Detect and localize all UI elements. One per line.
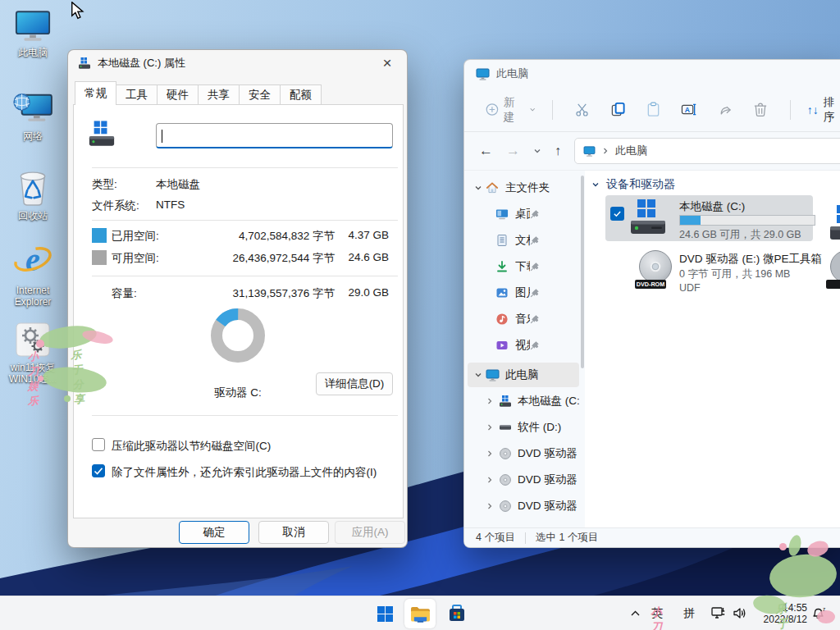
- forward-button[interactable]: →: [506, 143, 520, 159]
- check-icon: [93, 465, 104, 477]
- watermark-brand-text: 小刀娱乐: [28, 349, 39, 409]
- sidebar-item-label: 此电脑: [505, 368, 579, 382]
- index-checkbox-label[interactable]: 除了文件属性外，还允许索引此驱动器上文件的内容(I): [112, 465, 377, 480]
- this-pc-icon: [14, 10, 52, 43]
- breadcrumb-root[interactable]: 此电脑: [615, 144, 647, 158]
- desktop-icon-internet-explorer[interactable]: e Internet Explorer: [2, 240, 64, 308]
- close-icon[interactable]: ×: [371, 52, 404, 75]
- text-caret: [162, 130, 162, 143]
- status-separator: [525, 532, 526, 544]
- details-button[interactable]: 详细信息(D): [316, 372, 393, 395]
- drive-caption: 驱动器 C:: [180, 386, 295, 400]
- ime-pinyin-indicator[interactable]: 拼: [683, 606, 695, 621]
- capacity-bytes: 31,139,557,376 字节: [218, 286, 335, 301]
- recent-locations-chevron-icon[interactable]: [533, 147, 541, 155]
- pin-icon: [530, 340, 540, 350]
- sidebar-item-dvd-e[interactable]: DVD 驱动器 (E:): [468, 441, 579, 466]
- disk-usage-donut-chart: [209, 307, 267, 364]
- volume-label-input[interactable]: [156, 123, 393, 148]
- chevron-right-icon: [486, 476, 494, 484]
- sidebar-item-drive-d[interactable]: 软件 (D:): [468, 415, 579, 440]
- copy-button[interactable]: [600, 102, 636, 117]
- sidebar-item-home[interactable]: 主文件夹: [468, 176, 579, 200]
- sidebar-item-documents[interactable]: 文档: [468, 228, 579, 253]
- tab-quota[interactable]: 配额: [281, 84, 322, 105]
- rename-button[interactable]: A: [671, 102, 706, 117]
- capacity-size: 29.0 GB: [341, 286, 389, 299]
- svg-text:A: A: [685, 106, 690, 114]
- pin-icon: [530, 314, 540, 324]
- tab-security[interactable]: 安全: [240, 84, 281, 105]
- selection-checkbox[interactable]: [610, 207, 624, 221]
- delete-button[interactable]: [742, 102, 778, 117]
- tab-sharing[interactable]: 共享: [199, 84, 240, 105]
- check-icon: [613, 209, 622, 218]
- compress-checkbox-label[interactable]: 压缩此驱动器以节约磁盘空间(C): [112, 439, 271, 454]
- drive-tile-c[interactable]: 本地磁盘 (C:) 24.6 GB 可用，共 29.0 GB: [605, 195, 813, 241]
- drive-tile-dvd-e[interactable]: DVD-ROM DVD 驱动器 (E:) 微PE工具箱 0 字节 可用，共 19…: [605, 246, 813, 297]
- documents-icon: [495, 234, 509, 247]
- sidebar-item-videos[interactable]: 视频: [468, 333, 579, 358]
- tab-hardware[interactable]: 硬件: [158, 84, 199, 105]
- free-space-label: 可用空间:: [112, 251, 159, 266]
- drive-c-icon: [78, 57, 91, 70]
- status-selected-count: 选中 1 个项目: [536, 531, 598, 545]
- sidebar-item-label: 图片: [515, 285, 530, 300]
- sidebar-scrollbar[interactable]: [581, 176, 584, 368]
- desktop-icon-network[interactable]: 网络: [2, 92, 64, 142]
- compress-checkbox[interactable]: [92, 438, 105, 451]
- chevron-down-icon: [591, 180, 600, 189]
- desktop-icon-recycle-bin[interactable]: 回收站: [2, 168, 64, 221]
- sidebar-item-dvd-f[interactable]: DVD 驱动器 (F:): [468, 468, 579, 492]
- sidebar-item-desktop[interactable]: 桌面: [468, 202, 579, 226]
- sidebar-item-drive-c[interactable]: 本地磁盘 (C:): [468, 389, 579, 413]
- tab-general[interactable]: 常规: [75, 81, 116, 105]
- desktop-folder-icon: [495, 208, 509, 221]
- explorer-titlebar[interactable]: 此电脑: [464, 60, 840, 88]
- taskbar-microsoft-store[interactable]: [441, 599, 472, 628]
- tab-page-general: 类型: 本地磁盘 文件系统: NTFS 已用空间: 4,702,584,832 …: [73, 104, 404, 518]
- sidebar-item-label: DVD 驱动器 (E:): [518, 446, 579, 461]
- desktop-icon-label: 回收站: [2, 210, 64, 221]
- dialog-titlebar[interactable]: 本地磁盘 (C:) 属性: [68, 50, 407, 76]
- sidebar-item-dvd-partial[interactable]: DVD 驱动器 (F:): [468, 494, 579, 518]
- index-checkbox[interactable]: [92, 464, 105, 477]
- volume-tray-icon[interactable]: [733, 606, 747, 620]
- back-button[interactable]: ←: [479, 143, 493, 159]
- videos-icon: [495, 339, 509, 352]
- used-space-label: 已用空间:: [112, 229, 159, 244]
- sort-button[interactable]: ↑↓ 排序: [802, 90, 840, 130]
- address-bar[interactable]: 此电脑: [574, 138, 840, 164]
- section-devices-and-drives[interactable]: 设备和驱动器: [591, 177, 675, 192]
- section-label: 设备和驱动器: [606, 177, 675, 192]
- divider: [92, 276, 398, 276]
- show-hidden-icons-chevron[interactable]: [630, 609, 641, 618]
- ok-button[interactable]: 确定: [179, 521, 249, 544]
- dvd-icon: [499, 473, 512, 486]
- share-button[interactable]: [707, 102, 742, 117]
- sidebar-item-pictures[interactable]: 图片: [468, 281, 579, 305]
- network-tray-icon[interactable]: [710, 605, 727, 621]
- taskbar-file-explorer[interactable]: [404, 599, 436, 628]
- used-space-size: 4.37 GB: [341, 229, 389, 241]
- file-explorer-icon: [410, 605, 431, 623]
- explorer-title: 此电脑: [496, 66, 528, 81]
- sidebar-item-downloads[interactable]: 下载: [468, 254, 579, 279]
- new-button[interactable]: 新建: [481, 90, 541, 130]
- divider: [92, 220, 398, 221]
- desktop-icon-this-pc[interactable]: 此电脑: [2, 10, 64, 58]
- tab-tools[interactable]: 工具: [116, 84, 158, 105]
- sidebar-item-music[interactable]: 音乐: [468, 307, 579, 331]
- chevron-right-icon: [486, 450, 494, 458]
- sidebar-item-this-pc[interactable]: 此电脑: [468, 363, 579, 387]
- up-button[interactable]: ↑: [555, 144, 561, 158]
- paste-button[interactable]: [636, 102, 671, 117]
- cut-button[interactable]: [564, 102, 600, 117]
- sidebar-item-label: DVD 驱动器 (F:): [518, 472, 579, 487]
- cancel-button[interactable]: 取消: [258, 521, 329, 544]
- dvd-icon: [499, 447, 512, 460]
- apply-button[interactable]: 应用(A): [335, 521, 405, 544]
- start-button[interactable]: [369, 599, 400, 628]
- desktop-icon-label: 此电脑: [2, 47, 64, 58]
- properties-dialog: 本地磁盘 (C:) 属性 × 常规 工具 硬件 共享 安全 配额 类: [67, 49, 408, 548]
